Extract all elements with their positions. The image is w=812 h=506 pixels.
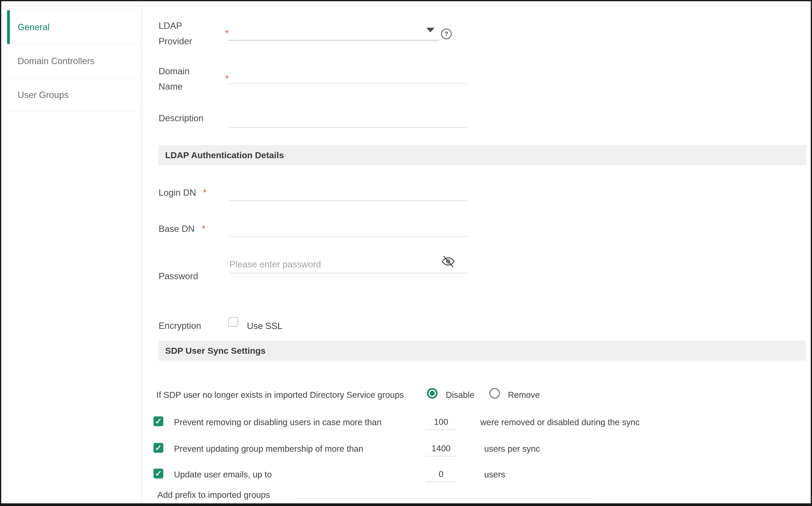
group-prefix-label: Add prefix to imported groups	[157, 490, 270, 500]
screenshot-frame-top	[0, 0, 812, 1]
prevent-group-update-checkbox[interactable]: ✓	[153, 443, 163, 453]
prevent-group-update-suffix: users per sync	[484, 444, 540, 454]
sdp-sync-section-bar: SDP User Sync Settings	[158, 340, 806, 361]
base-dn-label: Base DN	[158, 224, 195, 234]
screenshot-frame-bottom	[0, 503, 812, 506]
login-dn-required-marker: *	[203, 187, 206, 197]
tab-domain-controllers[interactable]: Domain Controllers	[7, 44, 140, 78]
ldap-auth-section-title: LDAP Authentication Details	[165, 150, 284, 160]
base-dn-underline	[229, 236, 468, 237]
eye-off-icon	[441, 254, 456, 269]
remove-radio-label: Remove	[508, 390, 540, 400]
domain-name-label-line1: Domain	[158, 66, 190, 77]
screenshot-frame-right	[811, 0, 812, 506]
group-prefix-input[interactable]	[296, 485, 592, 499]
sdp-sync-section-title: SDP User Sync Settings	[165, 346, 266, 356]
prevent-remove-checkbox[interactable]: ✓	[153, 416, 163, 426]
tab-domain-controllers-label: Domain Controllers	[17, 56, 94, 66]
login-dn-underline	[229, 200, 468, 201]
update-emails-suffix: users	[484, 470, 505, 480]
tab-user-groups[interactable]: User Groups	[7, 78, 140, 112]
check-icon: ✓	[155, 469, 162, 478]
encryption-label: Encryption	[158, 321, 201, 331]
sidebar-content-divider	[142, 6, 142, 503]
tab-general-label: General	[17, 22, 50, 32]
remove-radio[interactable]	[489, 388, 500, 399]
domain-name-underline	[228, 83, 467, 84]
description-underline	[228, 127, 467, 128]
max-group-membership-input[interactable]	[426, 441, 456, 456]
ldap-provider-select[interactable]	[228, 20, 439, 40]
check-icon: ✓	[155, 443, 162, 452]
domain-name-required-marker: *	[225, 74, 229, 84]
ldap-provider-label-line1: LDAP	[158, 20, 182, 31]
use-ssl-checkbox[interactable]	[228, 317, 238, 327]
check-icon: ✓	[155, 417, 162, 426]
help-icon[interactable]: ?	[441, 28, 452, 39]
update-emails-label: Update user emails, up to	[174, 470, 272, 480]
max-removed-users-input[interactable]	[426, 414, 456, 430]
password-visibility-toggle[interactable]	[441, 254, 456, 270]
max-email-updates-input[interactable]	[426, 467, 456, 482]
base-dn-input[interactable]	[229, 222, 467, 236]
dropdown-caret-icon[interactable]	[426, 28, 434, 32]
ldap-provider-select-underline	[228, 40, 439, 40]
domain-name-input[interactable]	[228, 69, 466, 83]
login-dn-input[interactable]	[229, 186, 467, 200]
disable-radio[interactable]	[427, 388, 437, 399]
password-label: Password	[158, 271, 198, 281]
tab-user-groups-label: User Groups	[17, 90, 68, 100]
login-dn-label: Login DN	[158, 187, 196, 198]
prevent-remove-label: Prevent removing or disabling users in c…	[174, 417, 382, 427]
tab-general[interactable]: General	[7, 10, 140, 44]
prevent-remove-suffix: were removed or disabled during the sync	[480, 417, 640, 427]
domain-name-label-line2: Name	[158, 81, 183, 92]
active-tab-indicator	[7, 10, 10, 44]
disable-radio-label: Disable	[446, 390, 474, 400]
prevent-group-update-label: Prevent updating group membership of mor…	[174, 444, 363, 454]
description-label: Description	[158, 113, 204, 123]
update-emails-checkbox[interactable]: ✓	[153, 469, 163, 479]
ldap-provider-required-marker: *	[225, 28, 229, 38]
top-divider-line	[1, 6, 811, 6]
password-input[interactable]	[229, 258, 434, 271]
ldap-auth-section-bar: LDAP Authentication Details	[158, 145, 806, 165]
use-ssl-label: Use SSL	[247, 321, 282, 331]
help-icon-glyph: ?	[444, 30, 449, 38]
screenshot-frame-left	[0, 0, 1, 506]
ldap-provider-label-line2: Provider	[158, 36, 192, 47]
description-input[interactable]	[228, 113, 466, 126]
base-dn-required-marker: *	[202, 224, 205, 234]
password-underline	[229, 273, 468, 273]
stale-user-question-label: If SDP user no longer exists in imported…	[156, 390, 404, 400]
settings-tab-sidebar: General Domain Controllers User Groups	[7, 10, 141, 502]
